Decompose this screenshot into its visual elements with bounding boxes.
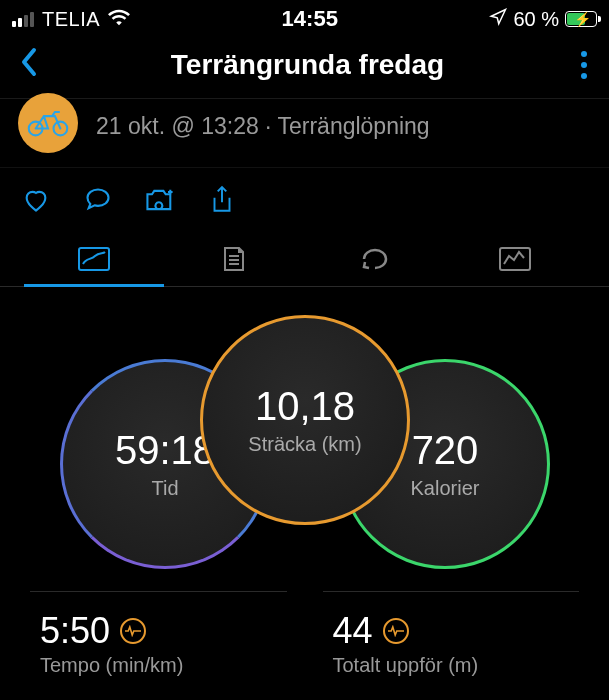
chart-icon xyxy=(498,244,532,274)
heart-icon xyxy=(21,186,51,214)
like-button[interactable] xyxy=(20,186,52,214)
map-icon xyxy=(77,244,111,274)
battery-percent: 60 % xyxy=(513,8,559,31)
pace-label: Tempo (min/km) xyxy=(40,654,277,677)
comment-icon xyxy=(83,186,113,214)
ascent-value: 44 xyxy=(333,610,373,652)
metric-circles: 10,18 Sträcka (km) 59:18 Tid 720 Kalorie… xyxy=(0,311,609,591)
activity-meta: 21 okt. @ 13:28 · Terränglöpning xyxy=(0,99,609,167)
nav-bar: Terrängrunda fredag xyxy=(0,34,609,98)
distance-label: Sträcka (km) xyxy=(248,433,361,456)
calories-value: 720 xyxy=(412,428,479,473)
notes-icon xyxy=(217,244,251,274)
stat-ascent: 44 Totalt uppför (m) xyxy=(323,591,580,677)
activity-subtitle: 21 okt. @ 13:28 · Terränglöpning xyxy=(96,113,430,140)
back-button[interactable] xyxy=(18,46,38,84)
time-value: 59:18 xyxy=(115,428,215,473)
distance-value: 10,18 xyxy=(255,384,355,429)
pulse-icon xyxy=(120,618,146,644)
loop-icon xyxy=(358,244,392,274)
stats-row: 5:50 Tempo (min/km) 44 Totalt uppför (m) xyxy=(0,591,609,677)
tab-notes[interactable] xyxy=(164,230,304,286)
tab-laps[interactable] xyxy=(305,230,445,286)
action-bar xyxy=(0,167,609,230)
signal-icon xyxy=(12,12,34,27)
page-title: Terrängrunda fredag xyxy=(38,49,577,81)
calories-label: Kalorier xyxy=(411,477,480,500)
photo-button[interactable] xyxy=(144,186,176,214)
status-bar: TELIA 14:55 60 % ⚡ xyxy=(0,0,609,34)
svg-rect-2 xyxy=(79,248,109,270)
more-menu-button[interactable] xyxy=(577,47,591,83)
pulse-icon xyxy=(383,618,409,644)
tab-bar xyxy=(0,230,609,287)
tab-chart[interactable] xyxy=(445,230,585,286)
battery-icon: ⚡ xyxy=(565,11,597,27)
share-button[interactable] xyxy=(206,186,238,214)
carrier-label: TELIA xyxy=(42,8,100,31)
pace-value: 5:50 xyxy=(40,610,110,652)
comment-button[interactable] xyxy=(82,186,114,214)
clock: 14:55 xyxy=(282,6,338,32)
bike-icon xyxy=(26,108,70,138)
location-icon xyxy=(489,8,507,31)
camera-plus-icon xyxy=(144,186,176,214)
stat-pace: 5:50 Tempo (min/km) xyxy=(30,591,287,677)
ascent-label: Totalt uppför (m) xyxy=(333,654,570,677)
share-icon xyxy=(209,185,235,215)
avatar[interactable] xyxy=(18,93,78,153)
time-label: Tid xyxy=(151,477,178,500)
tab-map[interactable] xyxy=(24,230,164,286)
wifi-icon xyxy=(108,8,130,31)
metric-distance: 10,18 Sträcka (km) xyxy=(200,315,410,525)
